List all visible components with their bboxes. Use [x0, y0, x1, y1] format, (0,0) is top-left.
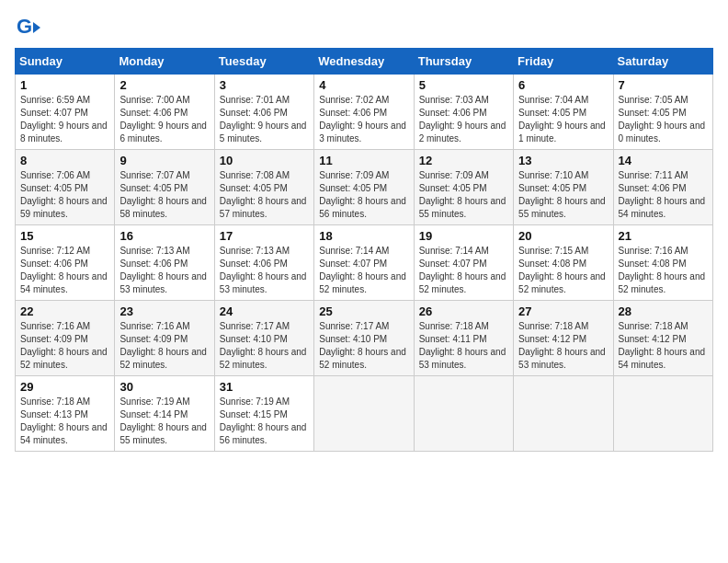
calendar-day-cell: 18 Sunrise: 7:14 AMSunset: 4:07 PMDaylig…	[314, 225, 414, 301]
day-info: Sunrise: 7:09 AMSunset: 4:05 PMDaylight:…	[419, 170, 506, 219]
calendar-day-cell: 17 Sunrise: 7:13 AMSunset: 4:06 PMDaylig…	[214, 225, 313, 301]
day-info: Sunrise: 7:14 AMSunset: 4:07 PMDaylight:…	[419, 246, 506, 294]
day-number: 27	[518, 304, 608, 318]
day-info: Sunrise: 7:17 AMSunset: 4:10 PMDaylight:…	[319, 321, 406, 370]
day-info: Sunrise: 7:19 AMSunset: 4:15 PMDaylight:…	[220, 396, 307, 445]
calendar-day-cell: 6 Sunrise: 7:04 AMSunset: 4:05 PMDayligh…	[514, 75, 613, 150]
day-info: Sunrise: 7:04 AMSunset: 4:05 PMDaylight:…	[518, 95, 606, 144]
day-info: Sunrise: 7:05 AMSunset: 4:05 PMDaylight:…	[619, 95, 706, 144]
col-header-saturday: Saturday	[613, 49, 712, 75]
day-info: Sunrise: 7:01 AMSunset: 4:06 PMDaylight:…	[220, 95, 307, 144]
day-info: Sunrise: 7:16 AMSunset: 4:09 PMDaylight:…	[119, 321, 207, 370]
day-number: 28	[619, 304, 708, 318]
day-number: 12	[419, 154, 508, 167]
day-number: 18	[319, 229, 408, 243]
calendar-day-cell: 9 Sunrise: 7:07 AMSunset: 4:05 PMDayligh…	[115, 150, 214, 225]
calendar-day-cell: 31 Sunrise: 7:19 AMSunset: 4:15 PMDaylig…	[214, 376, 313, 452]
day-number: 14	[619, 154, 708, 167]
calendar-day-cell: 27 Sunrise: 7:18 AMSunset: 4:12 PMDaylig…	[514, 301, 613, 376]
col-header-monday: Monday	[115, 49, 214, 75]
day-number: 21	[619, 229, 708, 243]
calendar-day-cell: 2 Sunrise: 7:00 AMSunset: 4:06 PMDayligh…	[115, 75, 214, 150]
calendar-day-cell	[314, 376, 414, 452]
calendar-table: Sunday Monday Tuesday Wednesday Thursday…	[15, 48, 713, 452]
calendar-day-cell: 29 Sunrise: 7:18 AMSunset: 4:13 PMDaylig…	[16, 376, 115, 452]
day-info: Sunrise: 7:16 AMSunset: 4:08 PMDaylight:…	[619, 246, 706, 294]
col-header-friday: Friday	[514, 49, 613, 75]
calendar-week-row: 1 Sunrise: 6:59 AMSunset: 4:07 PMDayligh…	[16, 75, 713, 150]
day-number: 20	[518, 229, 608, 243]
day-info: Sunrise: 7:16 AMSunset: 4:09 PMDaylight:…	[20, 321, 108, 370]
day-info: Sunrise: 7:02 AMSunset: 4:06 PMDaylight:…	[319, 95, 406, 144]
day-info: Sunrise: 6:59 AMSunset: 4:07 PMDaylight:…	[20, 95, 108, 144]
day-number: 1	[20, 78, 109, 92]
day-info: Sunrise: 7:09 AMSunset: 4:05 PMDaylight:…	[319, 170, 406, 219]
day-info: Sunrise: 7:18 AMSunset: 4:12 PMDaylight:…	[619, 321, 706, 370]
col-header-thursday: Thursday	[414, 49, 513, 75]
calendar-day-cell: 22 Sunrise: 7:16 AMSunset: 4:09 PMDaylig…	[16, 301, 115, 376]
calendar-day-cell: 24 Sunrise: 7:17 AMSunset: 4:10 PMDaylig…	[214, 301, 313, 376]
calendar-day-cell: 21 Sunrise: 7:16 AMSunset: 4:08 PMDaylig…	[613, 225, 712, 301]
day-number: 10	[220, 154, 309, 167]
calendar-week-row: 8 Sunrise: 7:06 AMSunset: 4:05 PMDayligh…	[16, 150, 713, 225]
calendar-day-cell: 12 Sunrise: 7:09 AMSunset: 4:05 PMDaylig…	[414, 150, 513, 225]
day-number: 2	[119, 78, 209, 92]
calendar-week-row: 29 Sunrise: 7:18 AMSunset: 4:13 PMDaylig…	[16, 376, 713, 452]
day-number: 7	[619, 78, 708, 92]
svg-marker-2	[33, 22, 40, 33]
calendar-day-cell: 23 Sunrise: 7:16 AMSunset: 4:09 PMDaylig…	[115, 301, 214, 376]
calendar-day-cell: 10 Sunrise: 7:08 AMSunset: 4:05 PMDaylig…	[214, 150, 313, 225]
day-number: 17	[220, 229, 309, 243]
day-number: 25	[319, 304, 408, 318]
day-info: Sunrise: 7:03 AMSunset: 4:06 PMDaylight:…	[419, 95, 506, 144]
day-number: 6	[518, 78, 608, 92]
calendar-day-cell	[514, 376, 613, 452]
calendar-day-cell: 14 Sunrise: 7:11 AMSunset: 4:06 PMDaylig…	[613, 150, 712, 225]
calendar-week-row: 15 Sunrise: 7:12 AMSunset: 4:06 PMDaylig…	[16, 225, 713, 301]
day-number: 13	[518, 154, 608, 167]
day-info: Sunrise: 7:07 AMSunset: 4:05 PMDaylight:…	[119, 170, 207, 219]
calendar-day-cell: 13 Sunrise: 7:10 AMSunset: 4:05 PMDaylig…	[514, 150, 613, 225]
day-number: 3	[220, 78, 309, 92]
day-number: 16	[119, 229, 209, 243]
day-number: 24	[220, 304, 309, 318]
day-number: 5	[419, 78, 508, 92]
col-header-tuesday: Tuesday	[214, 49, 313, 75]
calendar-day-cell: 8 Sunrise: 7:06 AMSunset: 4:05 PMDayligh…	[16, 150, 115, 225]
col-header-wednesday: Wednesday	[314, 49, 414, 75]
day-info: Sunrise: 7:13 AMSunset: 4:06 PMDaylight:…	[119, 246, 207, 294]
calendar-day-cell: 15 Sunrise: 7:12 AMSunset: 4:06 PMDaylig…	[16, 225, 115, 301]
calendar-day-cell: 11 Sunrise: 7:09 AMSunset: 4:05 PMDaylig…	[314, 150, 414, 225]
calendar-day-cell: 25 Sunrise: 7:17 AMSunset: 4:10 PMDaylig…	[314, 301, 414, 376]
calendar-day-cell: 19 Sunrise: 7:14 AMSunset: 4:07 PMDaylig…	[414, 225, 513, 301]
calendar-day-cell: 4 Sunrise: 7:02 AMSunset: 4:06 PMDayligh…	[314, 75, 414, 150]
day-number: 23	[119, 304, 209, 318]
day-number: 11	[319, 154, 408, 167]
logo-icon: G	[15, 15, 40, 40]
calendar-day-cell	[414, 376, 513, 452]
day-number: 4	[319, 78, 408, 92]
day-info: Sunrise: 7:13 AMSunset: 4:06 PMDaylight:…	[220, 246, 307, 294]
calendar-day-cell: 30 Sunrise: 7:19 AMSunset: 4:14 PMDaylig…	[115, 376, 214, 452]
day-number: 30	[119, 380, 209, 394]
day-info: Sunrise: 7:11 AMSunset: 4:06 PMDaylight:…	[619, 170, 706, 219]
calendar-day-cell: 1 Sunrise: 6:59 AMSunset: 4:07 PMDayligh…	[16, 75, 115, 150]
calendar-day-cell: 28 Sunrise: 7:18 AMSunset: 4:12 PMDaylig…	[613, 301, 712, 376]
svg-text:G: G	[17, 15, 32, 38]
day-info: Sunrise: 7:18 AMSunset: 4:12 PMDaylight:…	[518, 321, 606, 370]
day-info: Sunrise: 7:14 AMSunset: 4:07 PMDaylight:…	[319, 246, 406, 294]
day-info: Sunrise: 7:18 AMSunset: 4:11 PMDaylight:…	[419, 321, 506, 370]
day-number: 22	[20, 304, 109, 318]
day-number: 9	[119, 154, 209, 167]
day-info: Sunrise: 7:06 AMSunset: 4:05 PMDaylight:…	[20, 170, 108, 219]
day-info: Sunrise: 7:17 AMSunset: 4:10 PMDaylight:…	[220, 321, 307, 370]
calendar-day-cell: 26 Sunrise: 7:18 AMSunset: 4:11 PMDaylig…	[414, 301, 513, 376]
day-number: 31	[220, 380, 309, 394]
day-info: Sunrise: 7:08 AMSunset: 4:05 PMDaylight:…	[220, 170, 307, 219]
day-number: 15	[20, 229, 109, 243]
day-info: Sunrise: 7:12 AMSunset: 4:06 PMDaylight:…	[20, 246, 108, 294]
day-number: 26	[419, 304, 508, 318]
calendar-day-cell: 3 Sunrise: 7:01 AMSunset: 4:06 PMDayligh…	[214, 75, 313, 150]
calendar-day-cell: 16 Sunrise: 7:13 AMSunset: 4:06 PMDaylig…	[115, 225, 214, 301]
col-header-sunday: Sunday	[16, 49, 115, 75]
